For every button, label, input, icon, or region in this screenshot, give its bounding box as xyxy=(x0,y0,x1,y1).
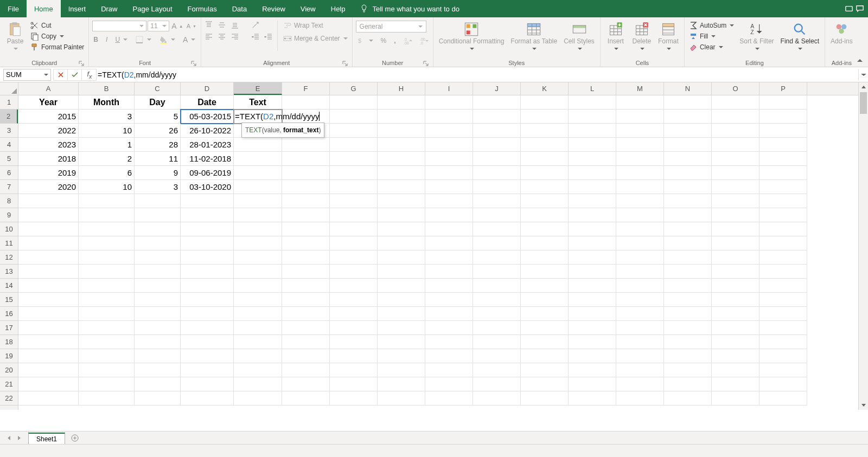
cell[interactable] xyxy=(181,321,234,335)
cell[interactable] xyxy=(181,335,234,349)
fx-button[interactable]: fx xyxy=(82,69,96,81)
column-header[interactable]: H xyxy=(378,82,425,95)
cell[interactable] xyxy=(569,377,616,391)
cell[interactable] xyxy=(760,222,807,236)
cell[interactable] xyxy=(181,250,234,265)
cell[interactable]: Text xyxy=(234,95,282,110)
cell[interactable]: 3 xyxy=(79,110,135,124)
cell[interactable] xyxy=(425,180,473,194)
cell[interactable] xyxy=(473,377,521,391)
cell[interactable]: 10 xyxy=(79,124,135,138)
cell[interactable] xyxy=(425,138,473,152)
cell[interactable] xyxy=(135,363,181,377)
cell[interactable] xyxy=(378,363,425,377)
tab-file[interactable]: File xyxy=(0,0,27,17)
cell[interactable] xyxy=(521,265,569,279)
cell[interactable] xyxy=(473,321,521,335)
copy-button[interactable]: Copy xyxy=(29,31,85,41)
cell[interactable] xyxy=(330,279,378,293)
increase-indent-icon[interactable] xyxy=(264,33,273,41)
cell[interactable] xyxy=(425,293,473,307)
cell[interactable] xyxy=(569,349,616,363)
cell[interactable] xyxy=(473,363,521,377)
row-header[interactable]: 17 xyxy=(0,321,18,335)
cell[interactable] xyxy=(569,152,616,166)
autosum-button[interactable]: AutoSum xyxy=(688,21,735,30)
cell[interactable] xyxy=(18,307,79,321)
cell[interactable] xyxy=(234,391,282,405)
cell[interactable] xyxy=(181,236,234,250)
fill-button[interactable]: Fill xyxy=(688,31,735,41)
cell-styles-button[interactable]: Cell Styles xyxy=(561,21,597,52)
cell[interactable] xyxy=(473,180,521,194)
cell[interactable] xyxy=(18,222,79,236)
cell[interactable] xyxy=(664,236,712,250)
cell[interactable] xyxy=(473,208,521,222)
cell[interactable] xyxy=(569,363,616,377)
scroll-up-button[interactable] xyxy=(859,82,868,92)
cell[interactable] xyxy=(473,166,521,180)
cell[interactable] xyxy=(330,335,378,349)
cell[interactable] xyxy=(616,349,664,363)
column-header[interactable]: P xyxy=(760,82,807,95)
cell[interactable] xyxy=(234,279,282,293)
cell[interactable] xyxy=(282,194,330,208)
sheet-nav-prev-icon[interactable] xyxy=(7,435,12,441)
row-header[interactable]: 16 xyxy=(0,307,18,321)
cell[interactable] xyxy=(521,250,569,265)
cell[interactable] xyxy=(330,250,378,265)
cell[interactable] xyxy=(664,194,712,208)
cell[interactable] xyxy=(712,236,760,250)
cell[interactable] xyxy=(181,279,234,293)
align-center-icon[interactable] xyxy=(218,33,226,41)
cell[interactable] xyxy=(712,391,760,405)
cell[interactable] xyxy=(569,391,616,405)
cell[interactable] xyxy=(282,236,330,250)
cell[interactable] xyxy=(712,124,760,138)
cell[interactable] xyxy=(664,335,712,349)
cell[interactable]: 2022 xyxy=(18,124,79,138)
cell[interactable] xyxy=(521,307,569,321)
cell[interactable] xyxy=(473,95,521,110)
cell[interactable] xyxy=(521,180,569,194)
cell[interactable] xyxy=(282,95,330,110)
row-header[interactable]: 19 xyxy=(0,349,18,363)
cell[interactable] xyxy=(473,236,521,250)
insert-cells-button[interactable]: Insert xyxy=(604,21,628,52)
cell[interactable]: 6 xyxy=(79,166,135,180)
cell[interactable] xyxy=(616,363,664,377)
cell[interactable] xyxy=(664,250,712,265)
cell[interactable] xyxy=(79,349,135,363)
row-header[interactable]: 15 xyxy=(0,293,18,307)
cell[interactable] xyxy=(664,180,712,194)
row-header[interactable]: 14 xyxy=(0,279,18,293)
select-all-button[interactable] xyxy=(0,82,18,95)
cell[interactable] xyxy=(760,180,807,194)
cell[interactable] xyxy=(616,335,664,349)
cell[interactable] xyxy=(282,208,330,222)
cell[interactable] xyxy=(181,391,234,405)
cell[interactable] xyxy=(425,236,473,250)
enter-formula-button[interactable] xyxy=(68,69,82,81)
cell[interactable] xyxy=(181,349,234,363)
cell[interactable] xyxy=(135,265,181,279)
cell[interactable] xyxy=(378,110,425,124)
cell[interactable] xyxy=(473,279,521,293)
cell[interactable] xyxy=(79,236,135,250)
cell[interactable] xyxy=(616,138,664,152)
cell[interactable] xyxy=(135,293,181,307)
sheet-nav-next-icon[interactable] xyxy=(16,435,22,441)
cell[interactable] xyxy=(330,391,378,405)
cell[interactable] xyxy=(378,377,425,391)
scroll-down-button[interactable] xyxy=(859,400,868,410)
column-header[interactable]: L xyxy=(569,82,616,95)
cell[interactable] xyxy=(282,391,330,405)
cell[interactable] xyxy=(569,321,616,335)
cell[interactable]: Date xyxy=(181,95,234,110)
cell[interactable] xyxy=(616,194,664,208)
cell[interactable]: 1 xyxy=(79,138,135,152)
row-header[interactable]: 7 xyxy=(0,180,18,194)
cell[interactable] xyxy=(760,124,807,138)
cell[interactable] xyxy=(79,321,135,335)
cell[interactable] xyxy=(181,377,234,391)
